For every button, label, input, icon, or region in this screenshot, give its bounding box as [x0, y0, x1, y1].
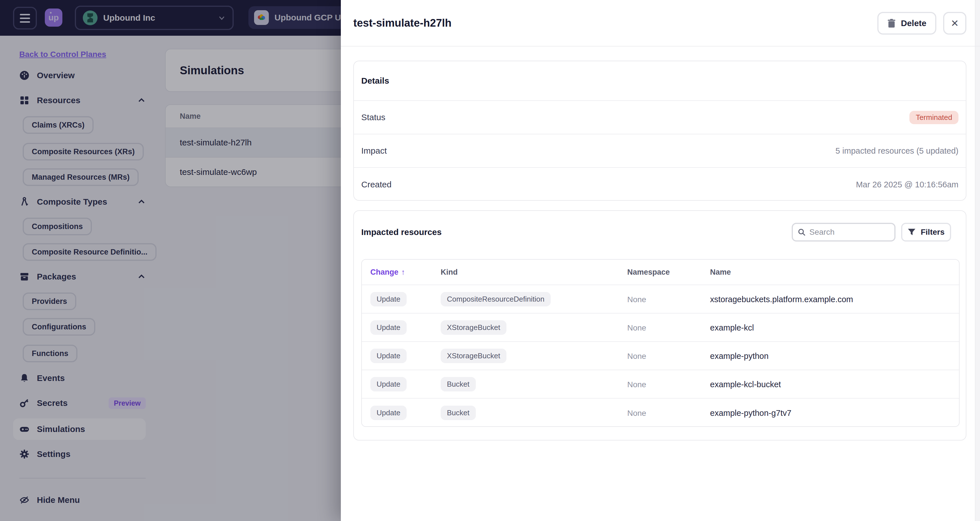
detail-row-status: Status Terminated — [354, 101, 966, 134]
namespace-value: None — [627, 352, 646, 361]
change-header-label: Change — [370, 268, 398, 276]
impacted-table-row[interactable]: Update XStorageBucket None example-pytho… — [362, 342, 959, 370]
impact-label: Impact — [361, 146, 387, 156]
impacted-resources-header: Impacted resources Filters — [354, 211, 966, 253]
impacted-resources-card: Impacted resources Filters Change ↑ Kind — [353, 210, 966, 440]
sort-asc-icon: ↑ — [401, 268, 405, 276]
delete-button-label: Delete — [901, 18, 926, 28]
impacted-table-row[interactable]: Update CompositeResourceDefinition None … — [362, 285, 959, 313]
resource-name: example-python-g7tv7 — [710, 408, 791, 418]
change-chip: Update — [370, 349, 407, 363]
app-root: up Upbound Inc Upbound GCP U Back to Con… — [0, 0, 980, 521]
filter-funnel-icon — [908, 229, 916, 236]
close-icon: ✕ — [951, 17, 959, 29]
created-value: Mar 26 2025 @ 10:16:56am — [856, 180, 958, 189]
delete-button[interactable]: Delete — [877, 12, 936, 35]
column-header-change[interactable]: Change ↑ — [362, 268, 441, 276]
search-icon — [798, 228, 805, 237]
kind-chip: CompositeResourceDefinition — [441, 292, 551, 307]
column-header-namespace[interactable]: Namespace — [627, 268, 710, 276]
column-header-name[interactable]: Name — [710, 268, 959, 276]
namespace-value: None — [627, 295, 646, 304]
kind-chip: XStorageBucket — [441, 320, 506, 335]
simulation-detail-panel: test-simulate-h27lh Delete ✕ Details Sta… — [341, 0, 980, 521]
details-card: Details Status Terminated Impact 5 impac… — [353, 61, 966, 201]
trash-icon — [887, 19, 896, 28]
search-input-wrap — [792, 223, 896, 241]
change-chip: Update — [370, 320, 407, 335]
scrollbar-gutter[interactable] — [975, 0, 980, 521]
impacted-table-row[interactable]: Update Bucket None example-python-g7tv7 — [362, 399, 959, 427]
status-label: Status — [361, 113, 385, 122]
impacted-resources-title: Impacted resources — [361, 227, 442, 237]
panel-title: test-simulate-h27lh — [353, 17, 452, 29]
status-badge: Terminated — [909, 111, 958, 124]
resource-name: example-kcl-bucket — [710, 380, 781, 389]
search-input[interactable] — [809, 228, 889, 237]
kind-chip: XStorageBucket — [441, 349, 506, 363]
change-chip: Update — [370, 377, 407, 391]
resource-name: example-python — [710, 351, 768, 361]
kind-chip: Bucket — [441, 377, 476, 391]
column-header-kind[interactable]: Kind — [441, 268, 627, 276]
resource-name: xstoragebuckets.platform.example.com — [710, 295, 853, 304]
impacted-table-header-row: Change ↑ Kind Namespace Name — [362, 260, 959, 285]
panel-header: test-simulate-h27lh Delete ✕ — [341, 0, 980, 46]
filters-button[interactable]: Filters — [901, 223, 951, 241]
detail-row-created: Created Mar 26 2025 @ 10:16:56am — [354, 168, 966, 201]
kind-chip: Bucket — [441, 406, 476, 420]
change-chip: Update — [370, 292, 407, 307]
details-card-title: Details — [354, 61, 966, 101]
created-label: Created — [361, 180, 391, 189]
close-button[interactable]: ✕ — [943, 12, 966, 35]
impacted-resources-table: Change ↑ Kind Namespace Name Update Comp… — [361, 259, 959, 427]
impacted-table-row[interactable]: Update XStorageBucket None example-kcl — [362, 313, 959, 342]
filters-button-label: Filters — [921, 228, 945, 237]
namespace-value: None — [627, 323, 646, 332]
impacted-table-row[interactable]: Update Bucket None example-kcl-bucket — [362, 370, 959, 399]
namespace-value: None — [627, 380, 646, 389]
namespace-value: None — [627, 409, 646, 418]
detail-row-impact: Impact 5 impacted resources (5 updated) — [354, 134, 966, 168]
impact-value: 5 impacted resources (5 updated) — [835, 146, 958, 156]
change-chip: Update — [370, 406, 407, 420]
resource-name: example-kcl — [710, 323, 754, 332]
